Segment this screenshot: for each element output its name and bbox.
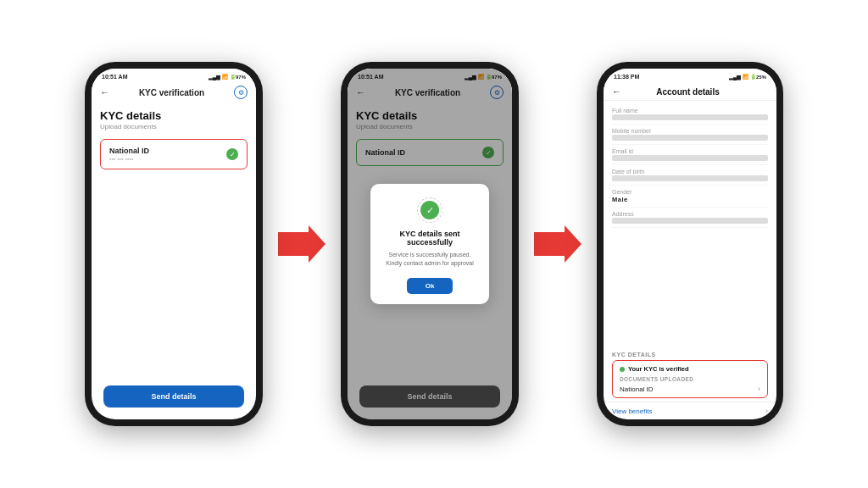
national-id-label-1: National ID — [109, 147, 149, 155]
label-gender: Gender — [612, 189, 768, 195]
battery-icon: 🔋97% — [230, 74, 246, 80]
value-dob: ██/██/████ — [612, 175, 768, 181]
phone2-screen: 10:51 AM ▂▄▆ 📶 🔋97% ← KYC verification ⚙… — [348, 69, 512, 419]
label-address: Address — [612, 211, 768, 217]
view-benefits-row[interactable]: View benefits › — [604, 402, 776, 419]
send-btn-1[interactable]: Send details — [103, 385, 244, 408]
signal-icon: ▂▄▆ — [209, 74, 220, 80]
status-bar-3: 11:38 PM ▂▄▆ 📶 🔋25% — [604, 69, 776, 82]
doc-section-title: DOCUMENTS UPLOADED — [620, 376, 760, 382]
label-dob: Date of birth — [612, 169, 768, 175]
national-id-sub-1: ••• ••• •••• — [109, 156, 149, 162]
value-address: ██████████████████████████ — [612, 218, 768, 224]
phone3-screen: 11:38 PM ▂▄▆ 📶 🔋25% ← Account details Fu… — [604, 69, 776, 419]
topbar-title-1: KYC verification — [139, 88, 204, 97]
svg-marker-1 — [534, 225, 581, 263]
value-mobile: ████████████ — [612, 135, 768, 141]
doc-row-national-id[interactable]: National ID › — [620, 385, 760, 393]
arrow-1 — [278, 225, 326, 263]
kyc-verified-box: Your KYC is verified DOCUMENTS UPLOADED … — [612, 360, 768, 398]
modal-overlay: ✓ KYC details sent successfully Service … — [348, 69, 512, 419]
topbar-1: ← KYC verification ⚙ — [92, 82, 256, 103]
national-id-box-1[interactable]: National ID ••• ••• •••• ✓ — [100, 139, 248, 169]
detail-row-email: Email id ██████████████@gmail.com — [612, 145, 768, 165]
wifi-icon-3: 📶 — [743, 74, 748, 80]
check-circle-1: ✓ — [226, 148, 238, 160]
detail-row-gender: Gender Male — [612, 186, 768, 208]
kyc-verified-row: Your KYC is verified — [620, 365, 760, 373]
status-icons-1: ▂▄▆ 📶 🔋97% — [209, 74, 246, 80]
battery-icon-3: 🔋25% — [750, 74, 766, 80]
phone1: 10:51 AM ▂▄▆ 📶 🔋97% ← KYC verification ⚙… — [85, 62, 263, 426]
label-mobile: Mobile number — [612, 128, 768, 134]
value-fullname: ██████████ — [612, 114, 768, 120]
detail-row-dob: Date of birth ██/██/████ — [612, 165, 768, 186]
back-button-1[interactable]: ← — [100, 87, 109, 97]
account-title: Account details — [621, 87, 754, 97]
doc-national-id-label: National ID — [620, 385, 654, 393]
detail-row-fullname: Full name ██████████ — [612, 104, 768, 125]
screen-content-1: KYC details Upload documents National ID… — [92, 103, 256, 419]
topbar-3: ← Account details — [604, 82, 776, 101]
phone1-screen: 10:51 AM ▂▄▆ 📶 🔋97% ← KYC verification ⚙… — [92, 69, 256, 419]
kyc-verified-text: Your KYC is verified — [628, 365, 689, 373]
label-email: Email id — [612, 148, 768, 154]
kyc-section-title: KYC DETAILS — [604, 347, 776, 360]
back-button-3[interactable]: ← — [612, 86, 621, 97]
kyc-dot-icon — [620, 367, 625, 372]
value-gender: Male — [612, 196, 768, 203]
modal-title: KYC details sent successfully — [382, 230, 477, 247]
scene: 10:51 AM ▂▄▆ 📶 🔋97% ← KYC verification ⚙… — [0, 0, 868, 488]
status-bar-1: 10:51 AM ▂▄▆ 📶 🔋97% — [92, 69, 256, 82]
arrow-2 — [534, 225, 581, 263]
kyc-subtitle-1: Upload documents — [100, 123, 248, 130]
detail-rows: Full name ██████████ Mobile number █████… — [604, 101, 776, 347]
detail-row-address: Address ██████████████████████████ — [612, 208, 768, 228]
wifi-icon: 📶 — [222, 74, 228, 80]
detail-row-mobile: Mobile number ████████████ — [612, 125, 768, 145]
kyc-title-1: KYC details — [100, 109, 248, 122]
benefits-chevron-icon: › — [765, 407, 768, 415]
doc-chevron-icon: › — [758, 385, 760, 393]
phone3: 11:38 PM ▂▄▆ 📶 🔋25% ← Account details Fu… — [597, 62, 783, 426]
phone2: 10:51 AM ▂▄▆ 📶 🔋97% ← KYC verification ⚙… — [341, 62, 519, 426]
modal-ok-button[interactable]: Ok — [407, 278, 453, 294]
modal-desc: Service is successfully paused. Kindly c… — [382, 251, 477, 268]
national-id-info-1: National ID ••• ••• •••• — [109, 147, 149, 162]
value-email: ██████████████@gmail.com — [612, 155, 768, 161]
time-3: 11:38 PM — [614, 74, 639, 80]
status-icons-3: ▂▄▆ 📶 🔋25% — [729, 74, 766, 80]
view-benefits-label: View benefits — [612, 408, 652, 415]
modal-box: ✓ KYC details sent successfully Service … — [370, 184, 489, 304]
modal-check-icon: ✓ — [420, 201, 439, 219]
settings-icon-1[interactable]: ⚙ — [234, 86, 248, 99]
label-fullname: Full name — [612, 108, 768, 114]
time-1: 10:51 AM — [102, 74, 127, 80]
signal-icon-3: ▂▄▆ — [729, 74, 741, 80]
modal-icon-wrap: ✓ — [417, 197, 442, 223]
svg-marker-0 — [278, 225, 326, 263]
